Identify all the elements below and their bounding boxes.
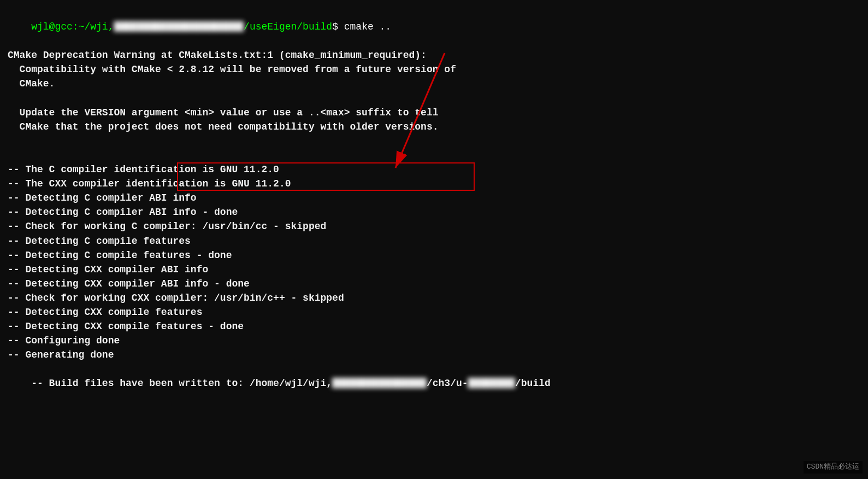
build-files-line: -- Build files have been written to: /ho… — [8, 362, 860, 405]
prompt-path-blurred: ██████████████████████ — [114, 20, 244, 34]
blank1 — [8, 91, 860, 106]
compat-line: Compatibility with CMake < 2.8.12 will b… — [8, 62, 860, 77]
update-line1: Update the VERSION argument <min> value … — [8, 106, 860, 120]
detect-c-abi-done-line: -- Detecting C compiler ABI info - done — [8, 205, 860, 219]
check-cxx-line: -- Check for working CXX compiler: /usr/… — [8, 291, 860, 305]
update-line2: CMake that the project does not need com… — [8, 120, 860, 134]
highlighted-section: -- The C compiler identification is GNU … — [8, 162, 860, 191]
gen-done-line: -- Generating done — [8, 348, 860, 362]
prompt-command: cmake .. — [338, 21, 391, 32]
c-compiler-line: -- The C compiler identification is GNU … — [8, 162, 860, 177]
config-done-line: -- Configuring done — [8, 334, 860, 348]
detect-c-features-done-line: -- Detecting C compile features - done — [8, 248, 860, 262]
cxx-compiler-line: -- The CXX compiler identification is GN… — [8, 177, 860, 191]
blank2 — [8, 134, 860, 148]
prompt-user: wjl@gcc:~/wji, — [31, 21, 114, 32]
watermark: CSDN精品必达运 — [804, 461, 863, 474]
cmake-warning-line: CMake Deprecation Warning at CMakeLists.… — [8, 48, 860, 62]
terminal-window: wjl@gcc:~/wji,██████████████████████/use… — [8, 5, 860, 405]
prompt-line: wjl@gcc:~/wji,██████████████████████/use… — [8, 5, 860, 48]
path-blurred1: ████████████████ — [332, 376, 427, 390]
detect-cxx-features-line: -- Detecting CXX compile features — [8, 305, 860, 319]
prompt-dollar: $ — [332, 21, 338, 32]
detect-cxx-abi-done-line: -- Detecting CXX compiler ABI info - don… — [8, 277, 860, 291]
path-blurred2: ████████ — [468, 376, 515, 390]
detect-c-features-line: -- Detecting C compile features — [8, 234, 860, 248]
detect-cxx-features-done-line: -- Detecting CXX compile features - done — [8, 319, 860, 334]
detect-cxx-abi-line: -- Detecting CXX compiler ABI info — [8, 262, 860, 277]
cmake-end-line: CMake. — [8, 77, 860, 91]
blank3 — [8, 148, 860, 162]
check-c-line: -- Check for working C compiler: /usr/bi… — [8, 219, 860, 233]
prompt-path: /useEigen/build — [244, 21, 332, 32]
detect-c-abi-line: -- Detecting C compiler ABI info — [8, 191, 860, 205]
